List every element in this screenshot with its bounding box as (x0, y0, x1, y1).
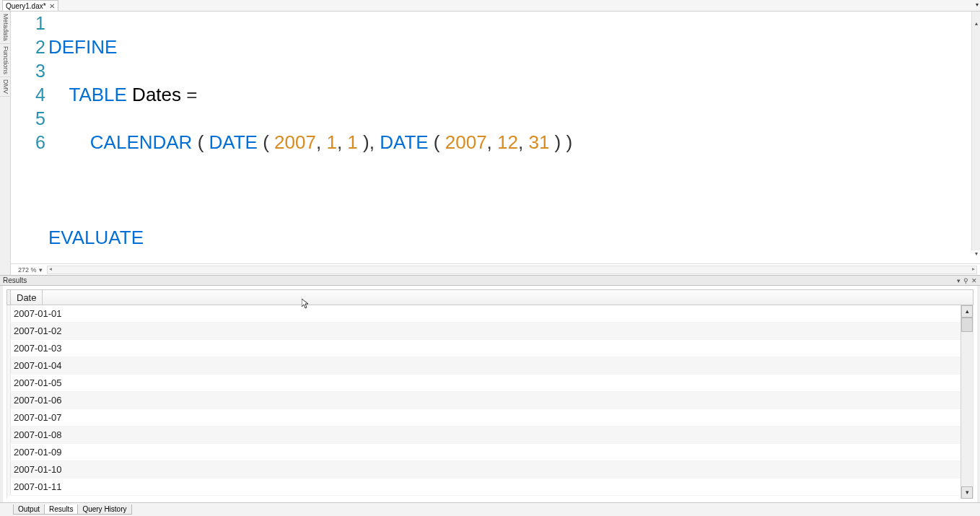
results-panel: Date 2007-01-01 2007-01-02 2007-01-03 20… (0, 286, 980, 502)
scroll-down-button[interactable]: ▾ (961, 486, 973, 499)
tab-query-history[interactable]: Query History (77, 504, 131, 515)
table-row[interactable]: 2007-01-02 (7, 323, 973, 340)
bottom-tab-bar: Output Results Query History (0, 502, 980, 516)
table-row[interactable]: 2007-01-03 (7, 340, 973, 357)
editor-vscrollbar[interactable]: ▴ ▾ (971, 12, 980, 250)
column-header-date[interactable]: Date (11, 290, 43, 305)
line-gutter: 1 2 3 4 5 6 (11, 12, 48, 263)
scroll-thumb[interactable] (961, 318, 973, 332)
side-tab-dmv[interactable]: DMV (0, 77, 10, 97)
zoom-level[interactable]: 272 %▾ (18, 266, 43, 274)
table-row[interactable]: 2007-01-01 (7, 305, 973, 323)
scroll-down-icon[interactable]: ▾ (972, 242, 980, 250)
table-row[interactable]: 2007-01-04 (7, 357, 973, 375)
tab-output[interactable]: Output (13, 504, 45, 515)
scroll-up-icon[interactable]: ▴ (972, 12, 980, 20)
tab-dropdown-icon[interactable]: ▾ (976, 1, 979, 8)
table-row[interactable]: 2007-01-07 (7, 409, 973, 427)
scroll-up-button[interactable]: ▴ (961, 305, 973, 318)
code-content[interactable]: DEFINE TABLE Dates = CALENDAR ( DATE ( 2… (48, 12, 980, 263)
editor-hscrollbar[interactable] (47, 266, 977, 274)
results-vscrollbar[interactable]: ▴ ▾ (961, 305, 973, 499)
table-row[interactable]: 2007-01-09 (7, 444, 973, 461)
results-grid-rows: 2007-01-01 2007-01-02 2007-01-03 2007-01… (6, 305, 974, 499)
file-tab[interactable]: Query1.dax* ✕ (2, 0, 58, 11)
panel-dropdown-icon[interactable]: ▾ (957, 277, 961, 284)
table-row[interactable]: 2007-01-06 (7, 392, 973, 409)
tab-results[interactable]: Results (44, 504, 78, 515)
panel-close-icon[interactable]: ✕ (971, 277, 977, 284)
side-tab-metadata[interactable]: Metadata (0, 12, 10, 44)
side-panel-tabs: Metadata Functions DMV (0, 12, 11, 275)
editor-statusbar: 272 %▾ (11, 263, 980, 275)
file-tab-label: Query1.dax* (6, 2, 46, 10)
pin-icon[interactable]: ⚲ (963, 277, 968, 284)
table-row[interactable]: 2007-01-10 (7, 461, 973, 478)
table-row[interactable]: 2007-01-11 (7, 478, 973, 496)
side-tab-functions[interactable]: Functions (0, 44, 10, 77)
close-icon[interactable]: ✕ (49, 2, 55, 10)
file-tab-bar: Query1.dax* ✕ ▾ (0, 0, 980, 12)
code-editor[interactable]: 1 2 3 4 5 6 DEFINE TABLE Dates = CALENDA… (11, 12, 980, 263)
results-title: Results (3, 276, 27, 284)
table-row[interactable]: 2007-01-08 (7, 427, 973, 444)
results-panel-header: Results ▾ ⚲ ✕ (0, 275, 980, 286)
table-row[interactable]: 2007-01-05 (7, 375, 973, 392)
results-grid-header[interactable]: Date (6, 289, 974, 305)
zoom-dropdown-icon[interactable]: ▾ (39, 266, 43, 274)
